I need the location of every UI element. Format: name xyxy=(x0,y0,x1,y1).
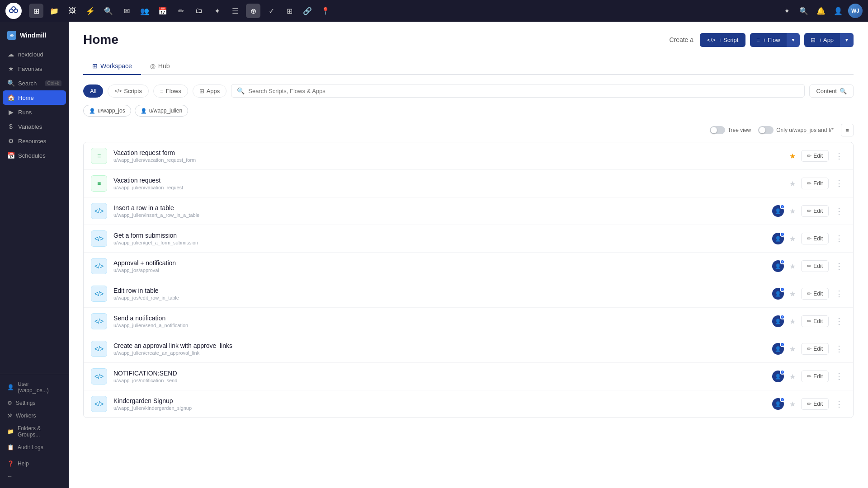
user-chip-wapp-jos[interactable]: 👤 u/wapp_jos xyxy=(83,105,131,117)
table-icon[interactable]: ⊞ xyxy=(282,4,297,18)
only-filter-switch[interactable] xyxy=(758,126,774,134)
sparkle-icon[interactable]: ✦ xyxy=(779,4,794,18)
edit-button[interactable]: ✏ Edit xyxy=(801,371,829,382)
edit-button[interactable]: ✏ Edit xyxy=(801,315,829,327)
collectives-icon[interactable]: ✦ xyxy=(210,4,224,18)
more-options-button[interactable]: ⋮ xyxy=(832,342,846,356)
user-chip-wapp-julien[interactable]: 👤 u/wapp_julien xyxy=(135,105,188,117)
cloud-icon: ☁ xyxy=(7,51,14,58)
more-options-button[interactable]: ⋮ xyxy=(832,177,846,190)
create-flow-dropdown-button[interactable]: ▼ xyxy=(787,33,800,47)
edit-icon: ✏ xyxy=(807,318,811,324)
list-view-button[interactable]: ≡ xyxy=(841,124,854,136)
star-button[interactable]: ★ xyxy=(788,205,797,217)
more-options-button[interactable]: ⋮ xyxy=(832,149,846,163)
create-app-dropdown-button[interactable]: ▼ xyxy=(840,33,854,47)
more-options-button[interactable]: ⋮ xyxy=(832,287,846,300)
sidebar-item-runs[interactable]: ▶ Runs xyxy=(0,105,69,119)
notifications-icon[interactable]: 🔔 xyxy=(814,4,828,18)
filter-flows-button[interactable]: ≡ Flows xyxy=(153,84,188,98)
sidebar-item-nextcloud[interactable]: ☁ nextcloud xyxy=(0,47,69,61)
edit-button[interactable]: ✏ Edit xyxy=(801,233,829,244)
filter-all-button[interactable]: All xyxy=(83,84,103,98)
sidebar-item-settings[interactable]: ⚙ Settings xyxy=(0,397,69,409)
search-box[interactable]: 🔍 xyxy=(231,84,805,98)
sidebar-bottom: 👤 User (wapp_jos...) ⚙ Settings ⚒ Worker… xyxy=(0,374,69,483)
more-options-button[interactable]: ⋮ xyxy=(832,397,846,411)
edit-button[interactable]: ✏ Edit xyxy=(801,260,829,272)
search-box-icon: 🔍 xyxy=(237,87,245,94)
photos-icon[interactable]: 🖼 xyxy=(65,4,80,18)
sidebar-item-back[interactable]: ← xyxy=(0,470,69,483)
edit-button[interactable]: ✏ Edit xyxy=(801,398,829,410)
tree-view-switch[interactable] xyxy=(710,126,725,134)
tasks-icon[interactable]: ☰ xyxy=(228,4,242,18)
files-icon[interactable]: 📁 xyxy=(47,4,61,18)
scripts-filter-icon: </> xyxy=(114,88,122,94)
star-button[interactable]: ★ xyxy=(788,233,797,245)
deploy-count: ↑ xyxy=(780,397,785,402)
star-button[interactable]: ★ xyxy=(788,343,797,355)
sidebar-item-resources[interactable]: ⚙ Resources xyxy=(0,134,69,148)
mail-icon[interactable]: ✉ xyxy=(119,4,134,18)
more-options-button[interactable]: ⋮ xyxy=(832,232,846,245)
tree-view-toggle[interactable]: Tree view xyxy=(710,126,751,134)
sidebar-item-variables[interactable]: $ Variables xyxy=(0,119,69,134)
sidebar-item-audit-logs[interactable]: 📋 Audit Logs xyxy=(0,441,69,454)
sidebar-item-user[interactable]: 👤 User (wapp_jos...) xyxy=(0,378,69,397)
star-button[interactable]: ★ xyxy=(788,371,797,383)
link-icon[interactable]: 🔗 xyxy=(300,4,315,18)
item-actions: ★ ✏ Edit ⋮ xyxy=(788,149,846,163)
map-icon[interactable]: 📍 xyxy=(318,4,333,18)
deck-icon[interactable]: 🗂 xyxy=(192,4,206,18)
star-button[interactable]: ★ xyxy=(788,288,797,300)
tab-hub[interactable]: ◎ Hub xyxy=(141,58,179,75)
more-options-button[interactable]: ⋮ xyxy=(832,314,846,328)
item-path: u/wapp_jos/edit_row_in_table xyxy=(113,295,766,300)
create-app-button[interactable]: ⊞ + App xyxy=(804,33,840,47)
calendar-icon[interactable]: 📅 xyxy=(156,4,170,18)
sidebar-item-search[interactable]: 🔍 Search Ctrl+k xyxy=(0,76,69,90)
filter-scripts-button[interactable]: </> Scripts xyxy=(108,84,149,98)
tab-workspace[interactable]: ⊞ Workspace xyxy=(83,58,141,75)
app-logo[interactable] xyxy=(5,3,22,19)
dashboard-icon[interactable]: ⊞ xyxy=(29,4,43,18)
star-button[interactable]: ★ xyxy=(788,398,797,410)
only-filter-toggle[interactable]: Only u/wapp_jos and f/* xyxy=(758,126,834,134)
item-path: u/wapp_julien/create_an_approval_link xyxy=(113,350,766,356)
sidebar-item-home[interactable]: 🏠 Home xyxy=(3,90,66,105)
windmill-icon[interactable]: ⊛ xyxy=(246,4,260,18)
contacts-icon[interactable]: 👥 xyxy=(137,4,152,18)
star-button[interactable]: ★ xyxy=(788,150,797,162)
edit-button[interactable]: ✏ Edit xyxy=(801,205,829,217)
star-button[interactable]: ★ xyxy=(788,260,797,272)
search-input[interactable] xyxy=(248,88,799,94)
star-button[interactable]: ★ xyxy=(788,178,797,190)
create-flow-button[interactable]: ≡ + Flow xyxy=(750,33,786,47)
star-button[interactable]: ★ xyxy=(788,315,797,328)
checkmark-icon[interactable]: ✓ xyxy=(264,4,278,18)
edit-button[interactable]: ✏ Edit xyxy=(801,150,829,162)
avatar[interactable]: WJ xyxy=(848,4,863,18)
sidebar-item-folders[interactable]: 📁 Folders & Groups... xyxy=(0,422,69,441)
sidebar-item-schedules[interactable]: 📅 Schedules xyxy=(0,148,69,163)
create-script-button[interactable]: </> + Script xyxy=(700,33,745,47)
sidebar-item-help[interactable]: ❓ Help xyxy=(0,457,69,470)
top-nav-right: ✦ 🔍 🔔 👤 WJ xyxy=(779,4,863,18)
more-options-button[interactable]: ⋮ xyxy=(832,370,846,383)
filter-apps-button[interactable]: ⊞ Apps xyxy=(193,84,227,98)
edit-button[interactable]: ✏ Edit xyxy=(801,343,829,355)
more-options-button[interactable]: ⋮ xyxy=(832,259,846,273)
edit-button[interactable]: ✏ Edit xyxy=(801,288,829,300)
search-icon[interactable]: 🔍 xyxy=(101,4,116,18)
notes-icon[interactable]: ✏ xyxy=(174,4,188,18)
profile-icon[interactable]: 👤 xyxy=(831,4,845,18)
activity-icon[interactable]: ⚡ xyxy=(83,4,98,18)
search-top-icon[interactable]: 🔍 xyxy=(797,4,811,18)
item-info: Edit row in table u/wapp_jos/edit_row_in… xyxy=(113,287,766,300)
edit-button[interactable]: ✏ Edit xyxy=(801,178,829,189)
sidebar-item-favorites[interactable]: ★ Favorites xyxy=(0,61,69,76)
sidebar-item-workers[interactable]: ⚒ Workers xyxy=(0,409,69,422)
more-options-button[interactable]: ⋮ xyxy=(832,204,846,218)
content-button[interactable]: Content 🔍 xyxy=(809,84,854,98)
